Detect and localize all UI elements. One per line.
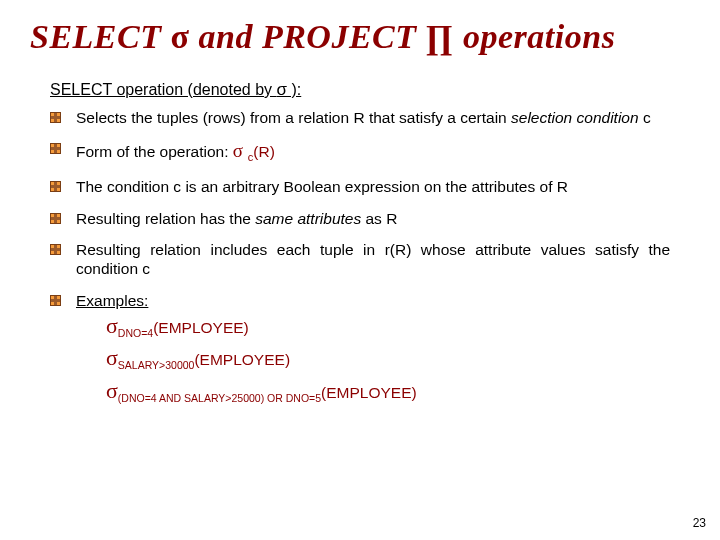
example-line: σDNO=4(EMPLOYEE) bbox=[106, 312, 670, 340]
sigma-symbol: σ bbox=[106, 345, 118, 370]
example-line: σSALARY>30000(EMPLOYEE) bbox=[106, 344, 670, 372]
sigma-symbol: σ bbox=[170, 18, 189, 55]
title-part2: and PROJECT bbox=[189, 18, 425, 55]
bullet-text: as R bbox=[361, 210, 397, 227]
sigma-symbol: σ bbox=[233, 140, 248, 161]
bullet-text: c bbox=[639, 109, 651, 126]
list-item: Form of the operation: σ c(R) bbox=[50, 139, 670, 165]
subhead-pre: SELECT operation (denoted by bbox=[50, 81, 277, 98]
list-item: Resulting relation includes each tuple i… bbox=[50, 240, 670, 279]
formula-arg: (EMPLOYEE) bbox=[194, 351, 290, 368]
formula-arg: (R) bbox=[253, 143, 275, 160]
bullet-text: Form of the operation: bbox=[76, 143, 233, 160]
bullet-text: Selects the tuples (rows) from a relatio… bbox=[76, 109, 511, 126]
condition-subscript: SALARY>30000 bbox=[118, 359, 195, 371]
condition-subscript: (DNO=4 AND SALARY>25000) OR DNO=5 bbox=[118, 392, 321, 404]
pi-symbol: ∏ bbox=[426, 18, 455, 55]
title-part1: SELECT bbox=[30, 18, 170, 55]
examples-block: σDNO=4(EMPLOYEE) σSALARY>30000(EMPLOYEE)… bbox=[102, 312, 670, 405]
example-line: σ(DNO=4 AND SALARY>25000) OR DNO=5(EMPLO… bbox=[106, 377, 670, 405]
subhead-post: ): bbox=[287, 81, 301, 98]
section-heading: SELECT operation (denoted by σ ): bbox=[50, 80, 690, 100]
title-part3: operations bbox=[454, 18, 615, 55]
bullet-text: The condition c is an arbitrary Boolean … bbox=[76, 178, 568, 195]
emphasis: same attributes bbox=[255, 210, 361, 227]
bullet-list: Selects the tuples (rows) from a relatio… bbox=[50, 108, 670, 405]
sigma-symbol: σ bbox=[106, 378, 118, 403]
sigma-symbol-small: σ bbox=[277, 80, 288, 99]
list-item: Examples: σDNO=4(EMPLOYEE) σSALARY>30000… bbox=[50, 291, 670, 405]
bullet-text: Resulting relation includes each tuple i… bbox=[76, 241, 670, 277]
list-item: The condition c is an arbitrary Boolean … bbox=[50, 177, 670, 196]
sigma-symbol: σ bbox=[106, 313, 118, 338]
formula-arg: (EMPLOYEE) bbox=[321, 384, 417, 401]
examples-label: Examples: bbox=[76, 292, 148, 309]
list-item: Resulting relation has the same attribut… bbox=[50, 209, 670, 228]
emphasis: selection condition bbox=[511, 109, 639, 126]
formula-arg: (EMPLOYEE) bbox=[153, 319, 249, 336]
list-item: Selects the tuples (rows) from a relatio… bbox=[50, 108, 670, 127]
slide: SELECT σ and PROJECT ∏ operations SELECT… bbox=[0, 0, 720, 540]
condition-subscript: DNO=4 bbox=[118, 327, 153, 339]
page-number: 23 bbox=[693, 516, 706, 530]
bullet-text: Resulting relation has the bbox=[76, 210, 255, 227]
slide-title: SELECT σ and PROJECT ∏ operations bbox=[30, 18, 690, 56]
